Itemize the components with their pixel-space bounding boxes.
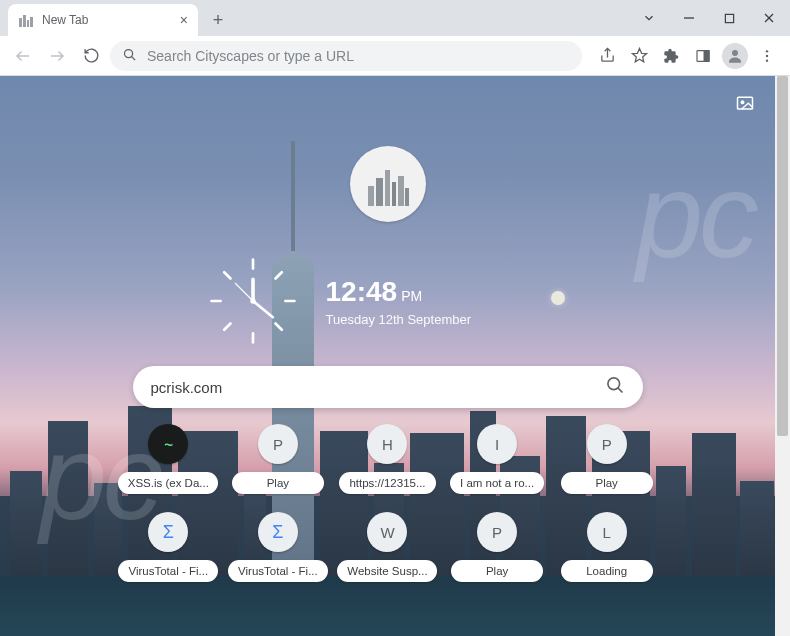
svg-rect-25 (385, 170, 390, 206)
shortcut-icon: Σ (148, 512, 188, 552)
clock-date: Tuesday 12th September (326, 312, 472, 327)
svg-line-35 (275, 272, 281, 278)
svg-rect-0 (19, 18, 22, 27)
tab-title: New Tab (42, 13, 88, 27)
browser-toolbar: Search Cityscapes or type a URL (0, 36, 790, 76)
shortcut-icon: P (258, 424, 298, 464)
svg-point-18 (766, 50, 768, 52)
shortcut-label: Play (232, 472, 324, 494)
shortcut-label: https://12315... (339, 472, 435, 494)
svg-point-10 (125, 49, 133, 57)
svg-rect-26 (392, 182, 396, 206)
svg-rect-5 (725, 14, 733, 22)
scrollbar-thumb[interactable] (777, 76, 788, 436)
svg-rect-2 (27, 20, 29, 27)
extensions-icon[interactable] (656, 41, 686, 71)
extension-logo (350, 146, 426, 222)
svg-rect-16 (704, 50, 709, 61)
svg-point-41 (607, 378, 619, 390)
shortcut-icon: W (367, 512, 407, 552)
shortcut-icon: I (477, 424, 517, 464)
window-close-button[interactable] (752, 4, 786, 32)
page-search-input[interactable] (151, 379, 605, 396)
tab-close-icon[interactable]: × (180, 13, 188, 27)
shortcut-tile[interactable]: PPlay (446, 512, 548, 582)
shortcut-label: XSS.is (ex Da... (118, 472, 218, 494)
tab-favicon (18, 12, 34, 28)
svg-point-22 (741, 101, 744, 104)
svg-point-19 (766, 54, 768, 56)
svg-point-17 (732, 50, 738, 56)
window-maximize-button[interactable] (712, 4, 746, 32)
shortcut-label: I am not a ro... (450, 472, 544, 494)
svg-marker-13 (632, 48, 646, 61)
svg-rect-21 (738, 97, 753, 109)
shortcut-label: Loading (561, 560, 653, 582)
analog-clock (208, 256, 298, 346)
svg-point-40 (250, 298, 255, 303)
nav-back-button[interactable] (8, 41, 38, 71)
nav-reload-button[interactable] (76, 41, 106, 71)
address-bar-placeholder: Search Cityscapes or type a URL (147, 48, 354, 64)
shortcut-icon: Σ (258, 512, 298, 552)
page-search-bar[interactable] (133, 366, 643, 408)
search-icon[interactable] (605, 375, 625, 399)
svg-rect-24 (376, 178, 383, 206)
search-icon (122, 47, 137, 65)
shortcut-icon: ~ (148, 424, 188, 464)
kebab-menu-icon[interactable] (752, 41, 782, 71)
svg-line-33 (224, 272, 230, 278)
new-tab-page: pc pc (0, 76, 775, 636)
profile-avatar-button[interactable] (720, 41, 750, 71)
shortcut-tile[interactable]: ΣVirusTotal - Fi... (227, 512, 329, 582)
shortcut-tile[interactable]: PPlay (556, 424, 658, 494)
shortcut-tile[interactable]: PPlay (227, 424, 329, 494)
vertical-scrollbar[interactable] (775, 76, 790, 636)
shortcut-label: VirusTotal - Fi... (118, 560, 218, 582)
shortcut-tile[interactable]: Hhttps://12315... (337, 424, 439, 494)
sidepanel-icon[interactable] (688, 41, 718, 71)
browser-tab[interactable]: New Tab × (8, 4, 198, 36)
shortcut-label: Website Susp... (337, 560, 437, 582)
shortcut-icon: L (587, 512, 627, 552)
svg-rect-23 (368, 186, 374, 206)
nav-forward-button[interactable] (42, 41, 72, 71)
svg-line-42 (617, 388, 622, 393)
address-bar[interactable]: Search Cityscapes or type a URL (110, 41, 582, 71)
window-minimize-button[interactable] (672, 4, 706, 32)
shortcut-label: Play (561, 472, 653, 494)
share-icon[interactable] (592, 41, 622, 71)
svg-line-36 (224, 324, 230, 330)
svg-line-11 (132, 56, 136, 60)
shortcut-icon: H (367, 424, 407, 464)
svg-line-34 (275, 324, 281, 330)
svg-rect-1 (23, 15, 26, 27)
shortcut-icon: P (477, 512, 517, 552)
shortcut-tile[interactable]: LLoading (556, 512, 658, 582)
shortcut-tile[interactable]: ΣVirusTotal - Fi... (118, 512, 220, 582)
shortcuts-grid: ~XSS.is (ex Da...PPlayHhttps://12315...I… (118, 424, 658, 582)
shortcut-tile[interactable]: WWebsite Susp... (337, 512, 439, 582)
shortcut-icon: P (587, 424, 627, 464)
shortcut-label: VirusTotal - Fi... (228, 560, 328, 582)
chevron-down-icon[interactable] (632, 4, 666, 32)
clock-time: 12:48PM (326, 276, 472, 308)
svg-point-20 (766, 59, 768, 61)
bookmark-star-icon[interactable] (624, 41, 654, 71)
svg-rect-3 (30, 17, 33, 27)
svg-rect-27 (398, 176, 404, 206)
svg-rect-28 (405, 188, 409, 206)
wallpaper-icon[interactable] (731, 92, 759, 116)
window-titlebar: New Tab × + (0, 0, 790, 36)
svg-line-38 (253, 301, 273, 317)
shortcut-tile[interactable]: II am not a ro... (446, 424, 548, 494)
shortcut-tile[interactable]: ~XSS.is (ex Da... (118, 424, 220, 494)
new-tab-button[interactable]: + (204, 6, 232, 34)
shortcut-label: Play (451, 560, 543, 582)
svg-line-39 (235, 283, 253, 301)
clock-widget: 12:48PM Tuesday 12th September (208, 256, 568, 346)
